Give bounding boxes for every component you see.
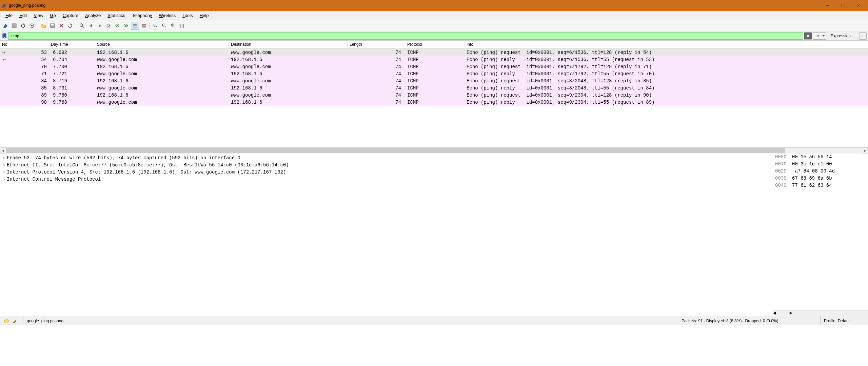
filter-bookmark-icon[interactable] — [1, 33, 7, 39]
menu-go[interactable]: Go — [46, 12, 59, 19]
packet-list-hscroll[interactable]: ◄ ► — [0, 147, 868, 153]
expand-caret-icon[interactable]: ▷ — [1, 177, 7, 181]
cell-source: www.google.com — [95, 100, 229, 105]
menu-capture[interactable]: Capture — [59, 12, 82, 19]
menu-view[interactable]: View — [30, 12, 46, 19]
svg-line-26 — [165, 26, 166, 27]
col-header-info[interactable]: Info — [465, 41, 868, 48]
stop-capture-icon[interactable] — [10, 22, 18, 30]
apply-filter-dropdown[interactable] — [813, 32, 826, 40]
status-profile[interactable]: Profile: Default — [821, 316, 868, 325]
packet-row[interactable]: 707.700192.168.1.6www.google.com74ICMPEc… — [0, 63, 868, 70]
resize-columns-icon[interactable] — [178, 22, 186, 30]
expand-caret-icon[interactable]: ▷ — [1, 163, 7, 167]
cell-no: 85 — [0, 85, 51, 91]
svg-point-5 — [21, 24, 25, 27]
packet-details-pane[interactable]: ▷Frame 53: 74 bytes on wire (592 bits), … — [0, 154, 773, 316]
hex-row[interactable]: 0020 a7 84 08 00 4d — [775, 168, 866, 176]
start-capture-icon[interactable] — [1, 22, 9, 30]
menu-statistics[interactable]: Statistics — [104, 12, 129, 19]
status-packets: Packets: 91 · Displayed: 8 (8.8%) · Drop… — [678, 316, 821, 325]
title-bar: google_ping.pcapng — [0, 0, 868, 11]
cell-info: Echo (ping) reply id=0x0001, seq=6/1536,… — [465, 57, 868, 62]
hex-row[interactable]: 000000 1e a6 56 14 — [775, 154, 866, 161]
svg-line-22 — [156, 26, 157, 27]
last-packet-icon[interactable] — [122, 22, 130, 30]
packet-row[interactable]: 899.750192.168.1.6www.google.com74ICMPEc… — [0, 92, 868, 99]
tree-row[interactable]: ▷Internet Protocol Version 4, Src: 192.1… — [1, 168, 771, 176]
menu-telephony[interactable]: Telephony — [129, 12, 155, 19]
open-file-icon[interactable] — [40, 22, 48, 30]
cell-destination: 192.168.1.6 — [229, 85, 348, 91]
packet-row[interactable]: 717.721www.google.com192.168.1.674ICMPEc… — [0, 70, 868, 77]
col-header-time[interactable]: Day Time — [51, 41, 95, 48]
menu-file[interactable]: File — [2, 12, 16, 19]
menu-analyze[interactable]: Analyze — [82, 12, 104, 19]
packet-row[interactable]: 848.719192.168.1.6www.google.com74ICMPEc… — [0, 77, 868, 84]
hex-row[interactable]: 001000 3c 1e e1 00 — [775, 161, 866, 168]
packet-row[interactable]: 546.704www.google.com192.168.1.674ICMPEc… — [0, 56, 868, 63]
hex-hscroll[interactable]: ◄ ► — [773, 310, 868, 316]
cell-source: 192.168.1.6 — [95, 93, 229, 98]
colorize-icon[interactable] — [140, 22, 148, 30]
menu-help[interactable]: Help — [196, 12, 212, 19]
next-packet-icon[interactable] — [96, 22, 104, 30]
cell-source: 192.168.1.6 — [95, 50, 229, 55]
expert-info-icon[interactable] — [3, 318, 9, 324]
tree-row[interactable]: ▷Ethernet II, Src: IntelCor_8c:ce:77 (5c… — [1, 161, 771, 168]
col-header-destination[interactable]: Destination — [229, 41, 348, 48]
toolbar: 1 — [0, 20, 868, 31]
filter-bar: Expression… + — [0, 31, 868, 41]
expression-button[interactable]: Expression… — [827, 32, 859, 40]
packet-row[interactable]: 909.768www.google.com192.168.1.674ICMPEc… — [0, 99, 868, 106]
restart-capture-icon[interactable] — [19, 22, 27, 30]
hex-row[interactable]: 003067 68 69 6a 6b — [775, 176, 866, 183]
zoom-reset-icon[interactable]: 1 — [169, 22, 177, 30]
cell-info: Echo (ping) request id=0x0001, seq=8/204… — [465, 78, 868, 84]
goto-packet-icon[interactable] — [104, 22, 113, 30]
add-filter-button[interactable]: + — [859, 32, 867, 40]
tree-row[interactable]: ▷Frame 53: 74 bytes on wire (592 bits), … — [1, 154, 771, 161]
display-filter-input[interactable] — [8, 32, 803, 40]
clear-filter-icon[interactable] — [804, 32, 812, 40]
svg-point-36 — [4, 319, 8, 323]
hex-bytes: 00 3c 1e e1 00 — [792, 161, 866, 168]
auto-scroll-icon[interactable] — [131, 22, 139, 30]
status-file: google_ping.pcapng — [23, 316, 678, 325]
col-header-no[interactable]: No — [0, 41, 51, 48]
expand-caret-icon[interactable]: ▷ — [1, 170, 7, 174]
maximize-button[interactable] — [835, 0, 851, 11]
packet-row[interactable]: 536.692192.168.1.6www.google.com74ICMPEc… — [0, 49, 868, 56]
menu-tools[interactable]: Tools — [179, 12, 196, 19]
save-file-icon[interactable] — [48, 22, 57, 30]
cell-protocol: ICMP — [405, 64, 465, 69]
cell-destination: 192.168.1.6 — [229, 100, 348, 105]
first-packet-icon[interactable] — [113, 22, 121, 30]
reload-icon[interactable] — [66, 22, 74, 30]
hex-offset: 0010 — [775, 161, 792, 168]
cell-time: 9.750 — [51, 93, 95, 98]
col-header-protocol[interactable]: Protocol — [405, 41, 465, 48]
close-file-icon[interactable] — [57, 22, 65, 30]
hex-row[interactable]: 004077 61 62 63 64 — [775, 183, 866, 190]
expand-caret-icon[interactable]: ▷ — [1, 156, 7, 160]
col-header-length[interactable]: Length — [348, 41, 405, 48]
menu-edit[interactable]: Edit — [16, 12, 30, 19]
packet-bytes-pane[interactable]: 000000 1e a6 56 14001000 3c 1e e1 000020… — [773, 154, 868, 316]
prev-packet-icon[interactable] — [87, 22, 95, 30]
packet-row[interactable]: 858.731www.google.com192.168.1.674ICMPEc… — [0, 84, 868, 92]
menu-wireless[interactable]: Wireless — [156, 12, 179, 19]
tree-row[interactable]: ▷Internet Control Message Protocol — [1, 176, 771, 183]
zoom-in-icon[interactable] — [152, 22, 160, 30]
close-button[interactable] — [851, 0, 867, 11]
col-header-source[interactable]: Source — [95, 41, 229, 48]
zoom-out-icon[interactable] — [160, 22, 169, 30]
find-icon[interactable] — [78, 22, 86, 30]
edit-capture-icon[interactable] — [12, 318, 18, 324]
capture-options-icon[interactable] — [28, 22, 36, 30]
cell-time: 6.692 — [51, 50, 95, 55]
cell-info: Echo (ping) reply id=0x0001, seq=9/2304,… — [465, 100, 868, 105]
minimize-button[interactable] — [820, 0, 835, 11]
hex-offset: 0020 — [775, 168, 792, 176]
cell-time: 7.721 — [51, 71, 95, 77]
